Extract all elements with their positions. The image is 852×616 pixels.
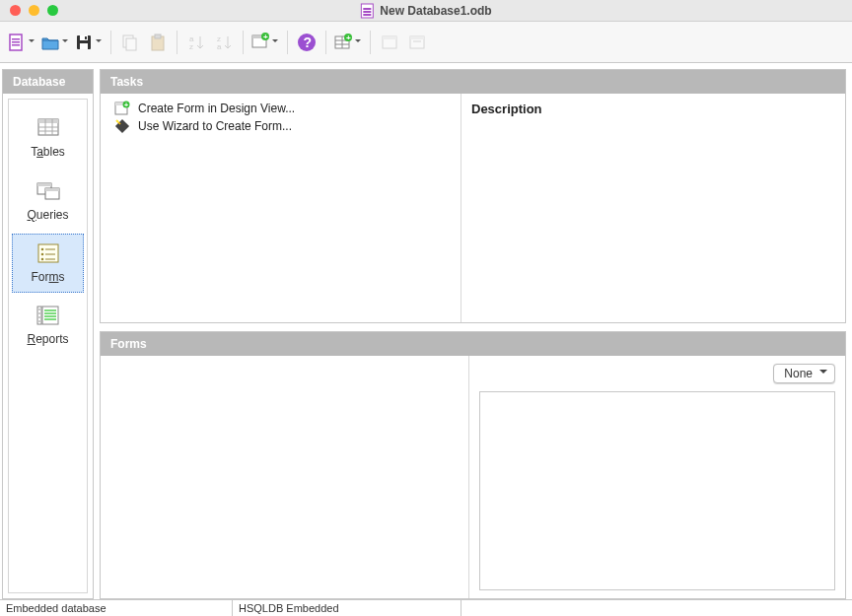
sort-ascending-button[interactable]: az <box>183 28 209 57</box>
form-preview-box <box>479 391 835 590</box>
window-controls <box>0 5 58 16</box>
toolbar-separator <box>110 31 111 54</box>
reports-icon <box>35 303 62 328</box>
svg-rect-13 <box>126 38 136 50</box>
preview-mode-select[interactable]: None <box>773 364 835 383</box>
sort-descending-button[interactable]: za <box>211 28 237 57</box>
right-column: Tasks + Create Form in Design View... Us… <box>100 69 846 599</box>
tables-icon <box>35 115 62 141</box>
design-view-icon: + <box>114 101 130 116</box>
new-table-button[interactable]: + <box>332 28 364 57</box>
save-document-button[interactable] <box>73 28 105 57</box>
sidebar-item-label: Queries <box>27 208 68 222</box>
svg-rect-7 <box>12 44 20 46</box>
toolbar-separator <box>370 31 371 54</box>
tasks-header: Tasks <box>101 70 845 94</box>
svg-rect-51 <box>45 253 55 255</box>
maximize-window-button[interactable] <box>47 5 58 16</box>
minimize-window-button[interactable] <box>29 5 39 16</box>
sidebar-item-reports[interactable]: Reports <box>12 295 84 356</box>
wizard-icon <box>114 118 130 134</box>
paste-button[interactable] <box>145 28 171 57</box>
forms-header: Forms <box>101 332 845 356</box>
task-create-form-design-view[interactable]: + Create Form in Design View... <box>114 100 461 117</box>
svg-point-58 <box>38 320 40 322</box>
svg-rect-3 <box>363 14 371 16</box>
task-label: Use Wizard to Create Form... <box>138 119 292 133</box>
svg-rect-49 <box>45 248 55 250</box>
forms-preview-area: None <box>469 356 845 598</box>
task-label: Create Form in Design View... <box>138 102 295 115</box>
preview-mode-value: None <box>784 367 813 380</box>
svg-point-52 <box>40 258 43 261</box>
sidebar-header: Database <box>3 70 93 94</box>
svg-rect-15 <box>155 34 161 38</box>
svg-rect-44 <box>37 183 51 186</box>
description-heading: Description <box>471 102 835 116</box>
svg-point-55 <box>38 308 40 310</box>
status-bar: Embedded database HSQLDB Embedded <box>0 599 852 616</box>
forms-list-area[interactable] <box>101 356 469 598</box>
status-db-engine: HSQLDB Embedded <box>233 600 462 616</box>
new-form-button[interactable]: + <box>249 28 281 57</box>
svg-rect-6 <box>12 41 20 43</box>
copy-button[interactable] <box>117 28 143 57</box>
tasks-panel: Tasks + Create Form in Design View... Us… <box>100 69 846 323</box>
edit-record-button[interactable] <box>377 28 402 57</box>
title-bar: New Database1.odb <box>0 0 852 22</box>
help-button[interactable]: ? <box>294 28 320 57</box>
task-description-area: Description <box>462 94 845 322</box>
forms-icon <box>35 240 62 266</box>
svg-rect-2 <box>363 11 371 13</box>
open-document-button[interactable] <box>39 28 71 57</box>
tasks-body: + Create Form in Design View... Use Wiza… <box>101 94 845 322</box>
svg-rect-10 <box>80 43 88 49</box>
database-sidebar: Database Tables Queries Forms <box>2 69 94 599</box>
database-document-icon <box>360 3 374 19</box>
svg-point-48 <box>40 248 43 251</box>
svg-point-57 <box>38 316 40 318</box>
svg-rect-36 <box>413 40 421 42</box>
queries-icon <box>35 178 62 204</box>
toolbar-separator <box>243 31 244 54</box>
sidebar-item-label: Tables <box>31 145 65 159</box>
sidebar-body: Tables Queries Forms Reports <box>8 99 88 593</box>
svg-rect-46 <box>45 188 59 191</box>
svg-rect-1 <box>363 8 371 10</box>
close-window-button[interactable] <box>10 5 21 16</box>
window-title: New Database1.odb <box>360 3 491 19</box>
svg-point-69 <box>116 120 118 122</box>
main-toolbar: az za + ? + <box>0 22 852 63</box>
forms-panel: Forms None <box>100 331 846 599</box>
sidebar-item-label: Forms <box>32 270 65 284</box>
svg-text:?: ? <box>304 34 313 50</box>
status-empty <box>462 600 852 616</box>
sidebar-item-queries[interactable]: Queries <box>12 171 84 232</box>
filter-button[interactable] <box>404 28 430 57</box>
toolbar-separator <box>177 31 178 54</box>
forms-body: None <box>101 356 845 598</box>
new-document-button[interactable] <box>6 28 37 57</box>
svg-point-56 <box>38 312 40 314</box>
svg-text:+: + <box>124 102 128 108</box>
svg-text:z: z <box>189 42 193 51</box>
sidebar-item-forms[interactable]: Forms <box>12 234 84 293</box>
svg-rect-53 <box>45 258 55 260</box>
toolbar-separator <box>287 31 288 54</box>
svg-rect-33 <box>383 36 396 39</box>
svg-text:+: + <box>263 33 268 41</box>
main-content: Database Tables Queries Forms <box>0 63 852 599</box>
tasks-list: + Create Form in Design View... Use Wiza… <box>101 94 462 322</box>
sidebar-item-label: Reports <box>27 332 68 346</box>
svg-rect-59 <box>42 307 58 324</box>
svg-text:+: + <box>346 34 351 42</box>
svg-rect-5 <box>12 38 20 40</box>
task-use-wizard-create-form[interactable]: Use Wizard to Create Form... <box>114 117 461 135</box>
sidebar-item-tables[interactable]: Tables <box>12 107 84 169</box>
svg-rect-11 <box>85 36 87 39</box>
status-db-type: Embedded database <box>0 600 233 616</box>
svg-text:a: a <box>217 42 222 51</box>
svg-rect-35 <box>410 36 424 39</box>
svg-rect-38 <box>38 119 58 123</box>
window-title-text: New Database1.odb <box>380 4 491 18</box>
